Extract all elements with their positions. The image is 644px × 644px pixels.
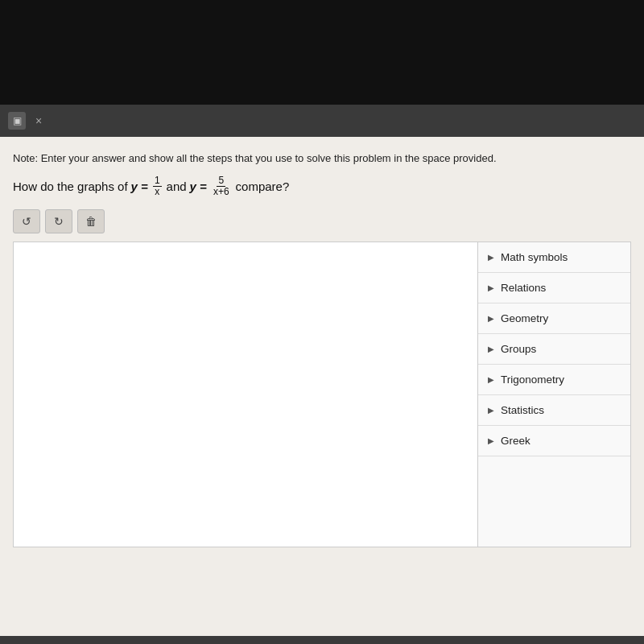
arrow-icon-relations: ▶ xyxy=(488,283,494,292)
arrow-icon-greek: ▶ xyxy=(488,436,494,445)
question-prefix: How do the graphs of xyxy=(13,180,128,193)
sidebar-label-trigonometry: Trigonometry xyxy=(501,374,564,386)
question-suffix: compare? xyxy=(236,180,290,193)
sidebar-item-math-symbols[interactable]: ▶ Math symbols xyxy=(478,242,630,273)
equation1-fraction: 1 x xyxy=(153,175,162,197)
equation1-denominator: x xyxy=(153,187,161,197)
arrow-icon-math-symbols: ▶ xyxy=(488,253,494,262)
redo-button[interactable]: ↻ xyxy=(45,209,72,233)
note-text: Note: Enter your answer and show all the… xyxy=(13,151,631,166)
sidebar-panel: ▶ Math symbols ▶ Relations ▶ Geometry ▶ … xyxy=(478,242,631,547)
sidebar-item-trigonometry[interactable]: ▶ Trigonometry xyxy=(478,365,630,395)
sidebar-label-statistics: Statistics xyxy=(501,404,544,416)
bottom-bar: nswered xyxy=(0,636,644,644)
sidebar-item-relations[interactable]: ▶ Relations xyxy=(478,273,630,303)
arrow-icon-geometry: ▶ xyxy=(488,314,494,323)
equation1-numerator: 1 xyxy=(153,175,162,187)
close-button[interactable]: × xyxy=(32,114,45,127)
sidebar-label-groups: Groups xyxy=(501,343,536,355)
answer-box[interactable] xyxy=(13,242,478,547)
sidebar-label-relations: Relations xyxy=(501,282,546,294)
equation2-numerator: 5 xyxy=(217,175,225,187)
arrow-icon-statistics: ▶ xyxy=(488,406,494,415)
sidebar-item-groups[interactable]: ▶ Groups xyxy=(478,334,630,365)
top-black-area xyxy=(0,0,644,105)
equation1-label: y = xyxy=(131,180,148,193)
sidebar-label-math-symbols: Math symbols xyxy=(501,251,568,263)
tab-icon: ▣ xyxy=(8,112,26,130)
equation2-fraction: 5 x+6 xyxy=(212,175,231,197)
sidebar-item-geometry[interactable]: ▶ Geometry xyxy=(478,303,630,334)
arrow-icon-groups: ▶ xyxy=(488,345,494,353)
arrow-icon-trigonometry: ▶ xyxy=(488,375,494,384)
equation2-denominator: x+6 xyxy=(212,187,231,197)
sidebar-item-greek[interactable]: ▶ Greek xyxy=(478,426,630,456)
main-layout: ▶ Math symbols ▶ Relations ▶ Geometry ▶ … xyxy=(13,242,631,547)
delete-button[interactable]: 🗑 xyxy=(77,209,105,233)
browser-bar: ▣ × xyxy=(0,105,644,137)
sidebar-label-geometry: Geometry xyxy=(501,312,548,324)
sidebar-item-statistics[interactable]: ▶ Statistics xyxy=(478,395,630,426)
question-text: How do the graphs of y = 1 x and y = 5 x… xyxy=(13,175,631,197)
content-area: Note: Enter your answer and show all the… xyxy=(0,137,644,636)
conjunction: and xyxy=(167,180,187,193)
toolbar: ↺ ↻ 🗑 xyxy=(13,209,631,233)
sidebar-label-greek: Greek xyxy=(501,435,530,447)
undo-button[interactable]: ↺ xyxy=(13,209,40,233)
equation2-label: y = xyxy=(190,180,207,193)
